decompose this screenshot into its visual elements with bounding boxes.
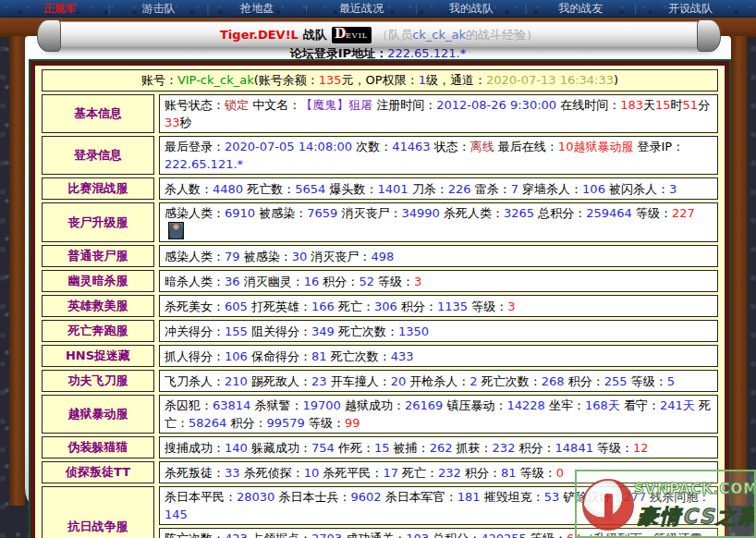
nav-divider: |: [414, 3, 418, 15]
server-stats-cell: 最后登录：2020-07-05 14:08:00 次数：41463 状态：离线 …: [159, 136, 718, 175]
stats-row: 越狱暴动服杀囚犯：63814 杀狱警：19700 越狱成功：26169 镇压暴动…: [42, 395, 718, 434]
server-label-cell: HNS捉迷藏: [42, 345, 154, 367]
server-label-cell: 基本信息: [42, 94, 154, 133]
server-label-cell: 幽灵暗杀服: [42, 270, 154, 292]
team-name-suffix: 战队: [303, 27, 327, 43]
stats-row: 死亡奔跑服冲关得分：155 阻关得分：349 死亡次数：1350: [42, 320, 718, 342]
stats-row: HNS捉迷藏抓人得分：106 保命得分：81 死亡次数：433: [42, 345, 718, 367]
stats-row: 登录信息最后登录：2020-07-05 14:08:00 次数：41463 状态…: [42, 136, 718, 175]
server-label-cell: 英雄救美服: [42, 295, 154, 317]
forum-ip-value: 222.65.121.*: [387, 46, 466, 60]
server-stats-cell: 冲关得分：155 阻关得分：349 死亡次数：1350: [159, 320, 718, 342]
server-stats-cell: 杀死美女：605 打死英雄：166 死亡：306 积分：1135 等级：3: [159, 295, 718, 317]
wood-frame-left: [9, 36, 25, 506]
server-stats-cell: 账号状态：锁定 中文名：【魔鬼】狙屠 注册时间：2012-08-26 9:30:…: [159, 94, 718, 133]
server-stats-cell: 暗杀人类：36 消灭幽灵：16 积分：52 等级：3: [159, 270, 718, 292]
player-name: ck_ck_ak: [412, 28, 466, 42]
server-stats-cell: 杀囚犯：63814 杀狱警：19700 越狱成功：26169 镇压暴动：1422…: [159, 395, 718, 434]
server-label-cell: 伪装躲猫猫: [42, 436, 154, 459]
forum-ip-label: 论坛登录IP地址：: [290, 46, 387, 60]
stats-row: 丧尸升级服感染人类：6910 被感染：7659 消灭丧尸：34990 杀死人类：…: [42, 202, 718, 242]
account-summary-cell: 账号：VIP-ck_ck_ak(账号余额：135元，OP权限：1级，通道：202…: [42, 69, 718, 92]
stats-row: 比赛混战服杀人数：4480 死亡数：5654 爆头数：1401 刀杀：226 雷…: [42, 177, 718, 200]
server-label-cell: 死亡奔跑服: [42, 320, 154, 342]
nav-item-7[interactable]: 开设战队: [668, 0, 713, 18]
watermark-site-text: SVNPACK.COM: [634, 481, 756, 497]
server-stats-cell: 飞刀杀人：210 踢死敌人：23 开车撞人：20 开枪杀人：2 死亡次数：268…: [159, 370, 718, 392]
wood-frame-right: [731, 36, 747, 506]
team-banner: Tiger.DEV!L战队 DEVIL （队员ck_ck_ak的战斗经验）: [43, 21, 715, 48]
stats-row: 普通丧尸服感染人类：79 被感染：30 消灭丧尸：498: [42, 245, 718, 267]
devil-logo-icon: DEVIL: [332, 27, 372, 43]
server-stats-cell: 感染人类：6910 被感染：7659 消灭丧尸：34990 杀死人类：3265 …: [159, 202, 718, 242]
nav-item-1[interactable]: 正规军: [43, 0, 77, 18]
stats-table-frame: 账号：VIP-ck_ck_ak(账号余额：135元，OP权限：1级，通道：202…: [30, 61, 729, 538]
server-label-cell: 普通丧尸服: [42, 245, 154, 267]
nav-item-6[interactable]: 我的战友: [558, 0, 603, 18]
nav-item-3[interactable]: 抢地盘: [240, 0, 274, 18]
watermark-brand-text: 豪情CS之家: [638, 503, 756, 531]
server-label-cell: 比赛混战服: [42, 177, 154, 200]
banner-subtitle: （队员ck_ck_ak的战斗经验）: [376, 27, 538, 43]
server-label-cell: 抗日战争服: [42, 486, 154, 538]
server-label-cell: 功夫飞刀服: [42, 370, 154, 392]
nav-divider: |: [305, 3, 309, 15]
stats-row: 功夫飞刀服飞刀杀人：210 踢死敌人：23 开车撞人：20 开枪杀人：2 死亡次…: [42, 370, 718, 392]
server-label-cell: 登录信息: [42, 136, 154, 175]
server-stats-cell: 杀人数：4480 死亡数：5654 爆头数：1401 刀杀：226 雷杀：7 穿…: [159, 177, 718, 200]
server-stats-cell: 感染人类：79 被感染：30 消灭丧尸：498: [159, 245, 718, 267]
server-label-cell: 侦探叛徒TT: [42, 461, 154, 483]
stats-row: 英雄救美服杀死美女：605 打死英雄：166 死亡：306 积分：1135 等级…: [42, 295, 718, 317]
nav-divider: |: [206, 3, 210, 15]
stats-row: 幽灵暗杀服暗杀人类：36 消灭幽灵：16 积分：52 等级：3: [42, 270, 718, 292]
nav-item-4[interactable]: 最近战况: [339, 0, 384, 18]
nav-divider: |: [107, 3, 111, 15]
server-stats-cell: 抓人得分：106 保命得分：81 死亡次数：433: [159, 345, 718, 367]
top-navbar: 正规军|游击队|抢地盘|最近战况|我的战队|我的战友|开设战队: [0, 0, 756, 18]
nav-item-5[interactable]: 我的战队: [449, 0, 494, 18]
nav-item-2[interactable]: 游击队: [141, 0, 175, 18]
nav-divider: |: [524, 3, 528, 15]
watermark-logo-icon: [582, 479, 634, 531]
server-stats-cell: 搜捕成功：140 躲藏成功：754 作死：15 被捕：262 抓获：232 积分…: [159, 436, 718, 459]
rank-avatar-icon: [168, 222, 184, 239]
server-label-cell: 越狱暴动服: [42, 395, 154, 434]
team-name-english: Tiger.DEV!L: [220, 28, 299, 42]
site-watermark: SVNPACK.COM 豪情CS之家: [575, 470, 756, 538]
nav-divider: |: [634, 3, 638, 15]
stats-row: 伪装躲猫猫搜捕成功：140 躲藏成功：754 作死：15 被捕：262 抓获：2…: [42, 436, 718, 459]
stats-row: 基本信息账号状态：锁定 中文名：【魔鬼】狙屠 注册时间：2012-08-26 9…: [42, 94, 718, 133]
server-label-cell: 丧尸升级服: [42, 202, 154, 242]
stats-table: 账号：VIP-ck_ck_ak(账号余额：135元，OP权限：1级，通道：202…: [37, 67, 723, 538]
